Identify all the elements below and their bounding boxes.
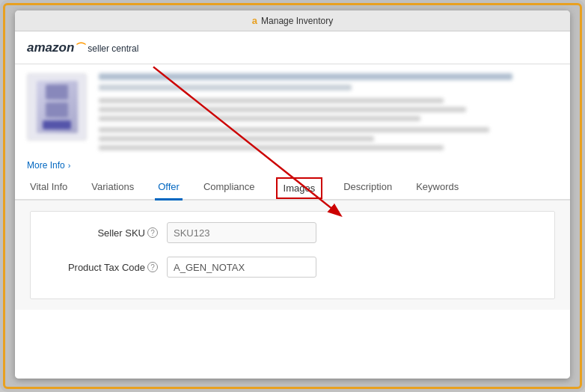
product-tax-code-row: Product Tax Code ? (46, 257, 539, 278)
seller-central-label: seller central (88, 43, 138, 54)
more-info-chevron-icon: › (68, 161, 71, 170)
browser-title: Manage Inventory (261, 16, 333, 26)
more-info-link[interactable]: More Info (27, 160, 65, 171)
product-details (99, 73, 558, 154)
product-tax-code-label: Product Tax Code (68, 262, 145, 273)
amazon-smile-icon: ⁀ (77, 43, 85, 54)
amazon-logo: amazon ⁀ seller central (27, 40, 138, 55)
tab-compliance[interactable]: Compliance (200, 175, 258, 200)
seller-sku-label: Seller SKU (97, 227, 145, 239)
tab-offer[interactable]: Offer (155, 175, 183, 200)
tab-keywords[interactable]: Keywords (413, 175, 462, 200)
form-area: Seller SKU ? Product Tax Code ? (15, 200, 570, 310)
tab-description[interactable]: Description (340, 175, 395, 200)
product-info-area (15, 64, 570, 154)
tab-vital-info[interactable]: Vital Info (27, 175, 70, 200)
browser-titlebar: a Manage Inventory (15, 10, 570, 31)
product-image (27, 73, 87, 141)
tabs-bar: Vital Info Variations Offer Compliance I… (15, 175, 570, 200)
product-tax-code-help-icon[interactable]: ? (147, 262, 158, 272)
tab-variations[interactable]: Variations (88, 175, 137, 200)
seller-sku-input[interactable] (167, 222, 316, 243)
more-info-section: More Info › (15, 154, 570, 175)
tab-images[interactable]: Images (276, 177, 323, 199)
seller-sku-help-icon[interactable]: ? (147, 227, 158, 238)
amazon-wordmark: amazon (27, 40, 74, 55)
browser-favicon: a (252, 15, 257, 26)
amazon-header: amazon ⁀ seller central (15, 31, 570, 64)
seller-sku-row: Seller SKU ? (46, 222, 539, 243)
product-tax-code-input[interactable] (167, 257, 316, 278)
